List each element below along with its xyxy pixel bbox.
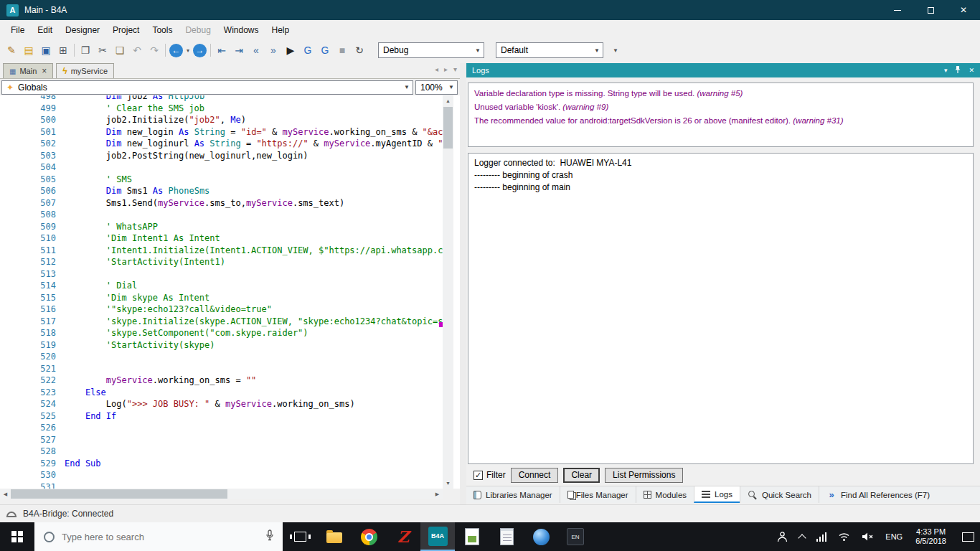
tool-tab-logs[interactable]: Logs <box>694 486 740 503</box>
code-line[interactable]: 508 <box>0 209 443 222</box>
code-line[interactable]: 523 Else <box>0 387 443 400</box>
list-permissions-button[interactable]: List Permissions <box>605 468 683 483</box>
scroll-left-icon[interactable]: ◀ <box>0 489 11 499</box>
taskbar-app-chrome[interactable] <box>352 522 386 551</box>
open-folder-icon[interactable]: ▤ <box>20 42 37 59</box>
code-line[interactable]: 514 ' Dial <box>0 281 443 293</box>
vertical-scrollbar[interactable]: ▲ ▼ <box>443 95 453 489</box>
copy-icon[interactable]: ❐ <box>77 42 94 59</box>
comment-icon[interactable]: « <box>248 42 265 59</box>
code-line[interactable]: 510 'Dim Intent1 As Intent <box>0 233 443 245</box>
wifi-icon[interactable] <box>832 522 856 551</box>
task-view-button[interactable] <box>283 522 317 551</box>
taskbar-app-en-app[interactable]: EN <box>558 522 593 551</box>
tray-overflow-icon[interactable] <box>793 522 811 551</box>
scroll-up-icon[interactable]: ▲ <box>443 95 453 106</box>
modules-icon[interactable]: ⊞ <box>55 42 72 59</box>
code-line[interactable]: 509 ' WhatsAPP <box>0 222 443 234</box>
outdent-icon[interactable]: ⇤ <box>213 42 230 59</box>
connect-button[interactable]: Connect <box>511 468 559 483</box>
code-line[interactable]: 530 <box>0 470 443 482</box>
save-icon[interactable]: ▣ <box>37 42 55 59</box>
start-button[interactable] <box>0 522 34 551</box>
menu-designer[interactable]: Designer <box>59 20 106 40</box>
code-line[interactable]: 521 <box>0 364 443 376</box>
code-line[interactable]: 500 job2.Initialize("job2", Me) <box>0 115 443 127</box>
code-line[interactable]: 503 job2.PostString(new_loginurl,new_log… <box>0 151 443 163</box>
menu-file[interactable]: File <box>4 20 31 40</box>
code-line[interactable]: 526 <box>0 423 443 435</box>
taskbar-app-file-explorer[interactable] <box>317 522 352 551</box>
people-icon[interactable] <box>771 522 793 551</box>
code-line[interactable]: 522 myService.working_on_sms = "" <box>0 375 443 387</box>
volume-muted-icon[interactable] <box>856 522 880 551</box>
scroll-down-icon[interactable]: ▼ <box>443 478 453 489</box>
code-line[interactable]: 520 <box>0 352 443 364</box>
scroll-right-icon[interactable]: ▶ <box>432 489 443 499</box>
code-line[interactable]: 525 End If <box>0 411 443 423</box>
tool-tab-quick-search[interactable]: Quick Search <box>740 486 819 503</box>
code-line[interactable]: 506 Dim Sms1 As PhoneSms <box>0 186 443 198</box>
restart-icon[interactable]: ↻ <box>351 42 368 59</box>
tool-tab-find-all-references-f7[interactable]: Find All References (F7) <box>819 486 937 503</box>
code-line[interactable]: 527 <box>0 435 443 447</box>
paste-icon[interactable]: ❏ <box>111 42 128 59</box>
tool-tab-files-manager[interactable]: Files Manager <box>560 486 636 503</box>
redo-icon[interactable]: ↷ <box>146 42 163 59</box>
taskbar-search[interactable] <box>34 522 283 551</box>
tool-tab-libraries-manager[interactable]: Libraries Manager <box>466 486 560 503</box>
menu-tools[interactable]: Tools <box>146 20 179 40</box>
taskbar-app-calc-doc[interactable] <box>455 522 489 551</box>
tab-myservice[interactable]: ϟ myService <box>56 63 114 78</box>
tab-scroll-right-icon[interactable]: ▸ <box>444 65 448 73</box>
panel-menu-icon[interactable]: ▾ <box>944 67 948 74</box>
close-button[interactable]: ✕ <box>947 0 980 20</box>
menu-windows[interactable]: Windows <box>217 20 265 40</box>
tab-main[interactable]: ▦ Main × <box>3 63 53 78</box>
maximize-button[interactable] <box>914 0 947 20</box>
forward-icon[interactable]: → <box>193 44 207 57</box>
code-line[interactable]: 518 'skype.SetComponent("com.skype.raide… <box>0 328 443 340</box>
horizontal-scrollbar[interactable]: ◀ ▶ <box>0 489 443 499</box>
taskbar-app-b4a[interactable]: B4A <box>420 522 455 551</box>
code-line[interactable]: 517 'skype.Initialize(skype.ACTION_VIEW,… <box>0 316 443 329</box>
build-mode-select[interactable]: Debug ▼ <box>378 42 484 58</box>
toolbar-overflow-button[interactable]: ▼ <box>608 42 623 58</box>
stop-icon[interactable]: ■ <box>334 42 351 59</box>
tab-close-icon[interactable]: × <box>42 66 47 76</box>
tool-tab-modules[interactable]: Modules <box>636 486 694 503</box>
run-icon[interactable]: ▶ <box>282 42 299 59</box>
code-line[interactable]: 507 Sms1.Send(myService.sms_to,myService… <box>0 198 443 210</box>
filter-checkbox[interactable]: ✓ <box>473 471 483 480</box>
indent-icon[interactable]: ⇥ <box>230 42 248 59</box>
code-line[interactable]: 529End Sub <box>0 458 443 471</box>
goto-sub-icon[interactable]: G <box>299 42 316 59</box>
code-line[interactable]: 516 '"skype:echo123?call&video=true" <box>0 304 443 316</box>
pane-splitter[interactable] <box>460 63 466 504</box>
code-line[interactable]: 531 <box>0 482 443 489</box>
code-line[interactable]: 511 'Intent1.Initialize(Intent1.ACTION_V… <box>0 245 443 258</box>
cellular-icon[interactable] <box>811 522 833 551</box>
code-line[interactable]: 519 'StartActivity(skype) <box>0 340 443 352</box>
back-caret-icon[interactable]: ▾ <box>184 42 192 59</box>
clock[interactable]: 4:33 PM 6/5/2018 <box>908 522 953 551</box>
build-config-select[interactable]: Default ▼ <box>496 42 603 58</box>
minimize-button[interactable] <box>881 0 914 20</box>
code-line[interactable]: 524 Log(">>> JOB BUSY: " & myService.wor… <box>0 399 443 411</box>
horizontal-scrollbar-thumb[interactable] <box>11 489 227 499</box>
tab-scroll-left-icon[interactable]: ◂ <box>435 65 438 73</box>
search-input[interactable] <box>62 532 261 542</box>
uncomment-icon[interactable]: » <box>265 42 282 59</box>
taskbar-app-z-app[interactable] <box>386 522 420 551</box>
code-line[interactable]: 505 ' SMS <box>0 174 443 187</box>
new-icon[interactable]: ✎ <box>3 42 20 59</box>
code-line[interactable]: 501 Dim new_login As String = "id=" & my… <box>0 127 443 139</box>
menu-edit[interactable]: Edit <box>31 20 59 40</box>
cut-icon[interactable]: ✂ <box>94 42 111 59</box>
zoom-select[interactable]: 100% ▼ <box>415 80 458 95</box>
code-editor[interactable]: 498 Dim job2 As HttpJob499 ' Clear the S… <box>0 95 460 489</box>
menu-help[interactable]: Help <box>265 20 296 40</box>
clear-button[interactable]: Clear <box>563 468 600 483</box>
code-line[interactable]: 528 <box>0 446 443 458</box>
language-indicator[interactable]: ENG <box>880 522 908 551</box>
